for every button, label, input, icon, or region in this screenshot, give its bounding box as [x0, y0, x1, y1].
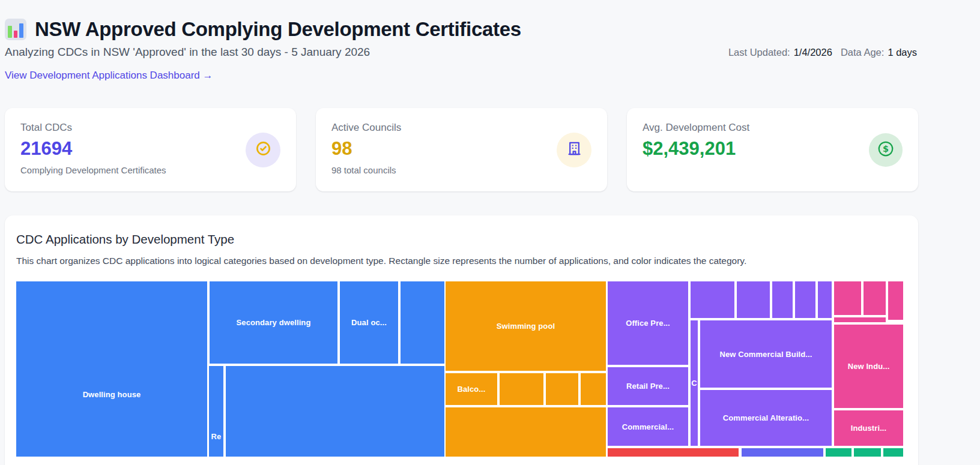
treemap-tile[interactable]: [226, 366, 444, 457]
treemap-tile[interactable]: [826, 448, 851, 457]
data-age-value: 1 days: [888, 47, 917, 58]
stat-card-avg-development-cost: Avg. Development Cost $2,439,201 $: [627, 108, 918, 191]
data-age-label: Data Age:: [841, 47, 884, 58]
treemap-tile-label: Re: [211, 432, 222, 441]
treemap-tile-label: Secondary dwelling: [237, 318, 311, 327]
treemap-tile-label: New Indu...: [848, 362, 890, 371]
stat-card-active-councils: Active Councils 98 98 total councils: [316, 108, 607, 191]
stat-icon-bubble: [557, 133, 591, 167]
treemap-tile-label: New Commercial Build...: [719, 350, 812, 359]
treemap-tile[interactable]: [834, 281, 861, 315]
treemap-tile[interactable]: [691, 281, 734, 318]
treemap-tile-label: Dwelling house: [83, 390, 141, 399]
treemap-tile-label: Retail Pre...: [626, 382, 670, 391]
page-title: NSW Approved Complying Development Certi…: [35, 18, 521, 41]
page-header: NSW Approved Complying Development Certi…: [5, 18, 918, 82]
treemap-tile[interactable]: New Commercial Build...: [700, 320, 832, 388]
stat-icon-bubble: $: [869, 133, 903, 167]
treemap-tile[interactable]: [888, 281, 903, 320]
treemap-tile-label: Balco...: [457, 385, 485, 394]
stat-label: Active Councils: [331, 122, 591, 134]
svg-text:$: $: [883, 144, 889, 154]
treemap-tile[interactable]: Retail Pre...: [608, 367, 688, 405]
treemap-tile-label: Commercial...: [622, 422, 674, 431]
last-updated-label: Last Updated:: [728, 47, 790, 58]
treemap-tile[interactable]: [883, 448, 903, 457]
stat-cards: Total CDCs 21694 Complying Development C…: [5, 108, 918, 191]
data-freshness-meta: Last Updated:1/4/2026 Data Age:1 days: [728, 47, 918, 58]
treemap-tile-label: Swimming pool: [497, 322, 555, 331]
treemap-tile[interactable]: Dual oc...: [340, 281, 398, 364]
view-da-dashboard-link[interactable]: View Development Applications Dashboard …: [5, 70, 213, 82]
treemap-tile[interactable]: [737, 281, 770, 318]
bar-chart-icon: [5, 19, 26, 40]
stat-sub: 98 total councils: [331, 165, 591, 175]
stat-sub: Complying Development Certificates: [20, 165, 280, 175]
treemap-tile[interactable]: Commercial...: [608, 407, 688, 446]
treemap-tile[interactable]: [818, 281, 832, 318]
check-circle-icon: [255, 140, 271, 159]
chart-description: This chart organizes CDC applications in…: [16, 254, 903, 268]
page-subtitle: Analyzing CDCs in NSW 'Approved' in the …: [5, 46, 370, 59]
last-updated-value: 1/4/2026: [794, 47, 832, 58]
dashboard-page: NSW Approved Complying Development Certi…: [5, 0, 918, 465]
treemap-tile[interactable]: C: [691, 320, 698, 446]
last-updated: Last Updated:1/4/2026: [728, 47, 832, 58]
treemap-tile[interactable]: Re: [209, 366, 223, 457]
stat-value: $2,439,201: [643, 138, 903, 160]
treemap-tile[interactable]: [864, 281, 886, 315]
treemap-tile[interactable]: Dwelling house: [16, 281, 207, 457]
treemap-tile-label: Dual oc...: [351, 318, 387, 327]
chart-title: CDC Applications by Development Type: [16, 231, 903, 248]
treemap-tile[interactable]: Industri...: [834, 410, 903, 446]
treemap-tile[interactable]: [608, 448, 739, 457]
treemap-tile[interactable]: [446, 407, 606, 457]
treemap-tile-label: Office Pre...: [626, 319, 670, 328]
chart-card: CDC Applications by Development Type Thi…: [5, 215, 918, 465]
treemap-tile[interactable]: [546, 373, 578, 405]
stat-card-total-cdcs: Total CDCs 21694 Complying Development C…: [5, 108, 296, 191]
treemap: Dwelling houseSecondary dwellingDual oc.…: [16, 281, 903, 457]
treemap-tile[interactable]: Office Pre...: [608, 281, 688, 365]
treemap-tile-label: C: [691, 379, 697, 388]
treemap-tile-label: Commercial Alteratio...: [723, 413, 809, 422]
stat-label: Avg. Development Cost: [643, 122, 903, 134]
dollar-circle-icon: $: [877, 140, 895, 160]
treemap-tile[interactable]: New Indu...: [834, 325, 903, 408]
treemap-tile[interactable]: [581, 373, 606, 405]
stat-value: 98: [331, 138, 591, 160]
stat-label: Total CDCs: [20, 122, 280, 134]
treemap-tile[interactable]: [500, 373, 543, 405]
stat-icon-bubble: [246, 133, 280, 167]
treemap-tile[interactable]: Swimming pool: [446, 281, 606, 371]
treemap-tile[interactable]: [795, 281, 815, 318]
treemap-tile-label: Industri...: [851, 424, 887, 433]
data-age: Data Age:1 days: [841, 47, 917, 58]
stat-value: 21694: [20, 138, 280, 160]
treemap-tile[interactable]: Balco...: [446, 373, 497, 405]
treemap-tile[interactable]: [854, 448, 881, 457]
treemap-tile[interactable]: [742, 448, 823, 457]
building-icon: [566, 140, 582, 159]
treemap-tile[interactable]: [401, 281, 444, 364]
treemap-tile[interactable]: [772, 281, 793, 318]
treemap-tile[interactable]: [834, 317, 886, 322]
treemap-tile[interactable]: Secondary dwelling: [210, 281, 337, 364]
treemap-tile[interactable]: Commercial Alteratio...: [700, 390, 832, 446]
